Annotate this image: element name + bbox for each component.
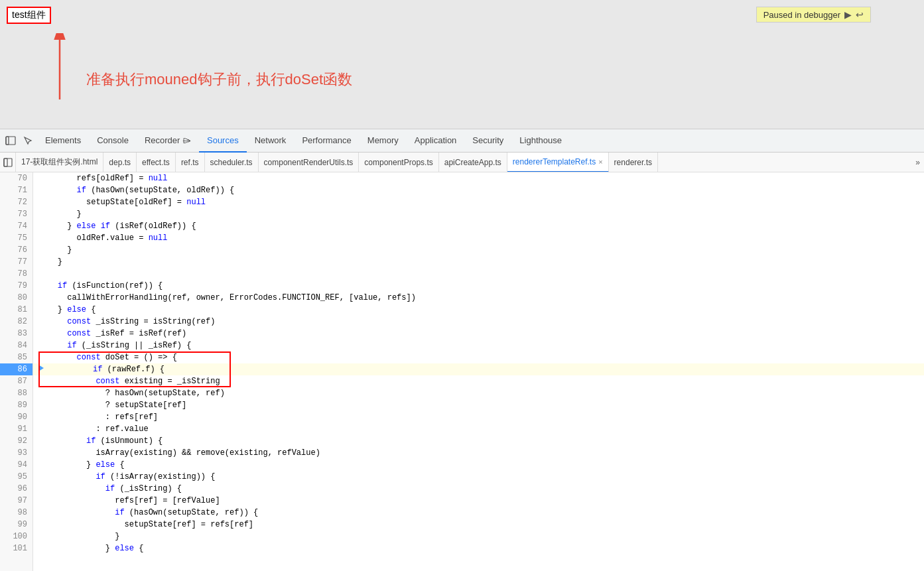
code-line: }	[33, 208, 924, 220]
devtools-tab-recorder-⌲[interactable]: Recorder ⌲	[137, 129, 199, 153]
line-number: 81	[0, 304, 33, 316]
line-numbers: 7071727374757677787980818283848586878889…	[0, 172, 33, 571]
line-number: 101	[0, 542, 33, 554]
close-tab-icon[interactable]: ×	[598, 158, 602, 166]
code-line: const _isString = isString(ref)	[33, 316, 924, 328]
code-line: if (_isString) {	[33, 483, 924, 495]
line-number: 86	[0, 363, 33, 375]
line-number: 97	[0, 495, 33, 507]
svg-rect-4	[4, 159, 7, 166]
more-tabs-button[interactable]: »	[911, 153, 924, 172]
file-tab-rendererTemplateRef-ts[interactable]: rendererTemplateRef.ts ×	[507, 153, 609, 172]
file-tabs-bar: 17-获取组件实例.htmldep.tseffect.tsref.tssched…	[0, 153, 924, 172]
line-number: 73	[0, 208, 33, 220]
line-number: 74	[0, 220, 33, 232]
paused-banner: Paused in debugger ▶ ↩	[756, 7, 871, 23]
file-tab-apiCreateApp-ts[interactable]: apiCreateApp.ts	[439, 153, 507, 172]
code-line: : ref.value	[33, 423, 924, 435]
sidebar-toggle[interactable]	[0, 153, 16, 172]
code-line: if (rawRef.f) {	[33, 363, 924, 375]
paused-text: Paused in debugger	[763, 10, 840, 20]
code-line: }	[33, 256, 924, 268]
toggle-sidebar-icon[interactable]	[3, 133, 19, 149]
line-number: 72	[0, 196, 33, 208]
code-line: callWithErrorHandling(ref, owner, ErrorC…	[33, 292, 924, 304]
code-line: refs[ref] = [refValue]	[33, 495, 924, 507]
line-number: 82	[0, 316, 33, 328]
annotation-text: 准备执行mouned钩子前，执行doSet函数	[86, 70, 352, 90]
devtools-tab-lighthouse[interactable]: Lighthouse	[511, 129, 570, 153]
code-line: setupState[oldRef] = null	[33, 196, 924, 208]
devtools-tab-application[interactable]: Application	[407, 129, 465, 153]
devtools-tab-network[interactable]: Network	[247, 129, 295, 153]
code-content: refs[oldRef] = null if (hasOwn(setupStat…	[33, 172, 924, 571]
line-number: 99	[0, 519, 33, 531]
code-line: if (hasOwn(setupState, oldRef)) {	[33, 184, 924, 196]
devtools-tab-security[interactable]: Security	[464, 129, 511, 153]
code-line	[33, 268, 924, 280]
line-number: 76	[0, 244, 33, 256]
line-number: 75	[0, 232, 33, 244]
preview-area: test组件 Paused in debugger ▶ ↩ 准备执行mouned…	[0, 0, 924, 129]
devtools-tab-elements[interactable]: Elements	[37, 129, 89, 153]
file-tab-scheduler-ts[interactable]: scheduler.ts	[205, 153, 259, 172]
code-line: const _isRef = isRef(ref)	[33, 328, 924, 340]
line-number: 93	[0, 447, 33, 459]
line-number: 79	[0, 280, 33, 292]
devtools-tab-console[interactable]: Console	[89, 129, 137, 153]
test-label: test组件	[7, 7, 51, 24]
line-number: 77	[0, 256, 33, 268]
file-tab-componentRenderUtils-ts[interactable]: componentRenderUtils.ts	[259, 153, 360, 172]
devtools-toolbar: ElementsConsoleRecorder ⌲SourcesNetworkP…	[0, 129, 924, 153]
code-line: setupState[ref] = refs[ref]	[33, 519, 924, 531]
code-line: : refs[ref]	[33, 411, 924, 423]
code-line: } else {	[33, 542, 924, 554]
code-line: if (_isString || _isRef) {	[33, 340, 924, 351]
file-tab-ref-ts[interactable]: ref.ts	[176, 153, 205, 172]
line-number: 96	[0, 483, 33, 495]
line-number: 71	[0, 184, 33, 196]
file-tabs-container: 17-获取组件实例.htmldep.tseffect.tsref.tssched…	[16, 153, 911, 172]
svg-rect-2	[6, 137, 9, 145]
file-tab-effect-ts[interactable]: effect.ts	[137, 153, 176, 172]
code-line: }	[33, 531, 924, 542]
resume-button[interactable]: ▶	[844, 9, 852, 20]
code-line: if (hasOwn(setupState, ref)) {	[33, 507, 924, 519]
file-tab-dep-ts[interactable]: dep.ts	[103, 153, 137, 172]
file-tab-componentProps-ts[interactable]: componentProps.ts	[359, 153, 438, 172]
code-line: ? setupState[ref]	[33, 399, 924, 411]
code-line: isArray(existing) && remove(existing, re…	[33, 447, 924, 459]
code-line: }	[33, 244, 924, 256]
svg-rect-5	[4, 159, 12, 166]
code-line: ? hasOwn(setupState, ref)	[33, 387, 924, 399]
line-number: 83	[0, 328, 33, 340]
debug-arrow-icon	[38, 365, 44, 371]
inspect-icon[interactable]	[20, 133, 36, 149]
line-number: 89	[0, 399, 33, 411]
line-number: 94	[0, 459, 33, 471]
code-line: oldRef.value = null	[33, 232, 924, 244]
line-number: 91	[0, 423, 33, 435]
code-line: if (isFunction(ref)) {	[33, 280, 924, 292]
code-line: if (!isArray(existing)) {	[33, 471, 924, 483]
step-over-button[interactable]: ↩	[856, 9, 864, 20]
devtools-tab-performance[interactable]: Performance	[294, 129, 359, 153]
devtools-tab-memory[interactable]: Memory	[360, 129, 407, 153]
line-number: 87	[0, 375, 33, 387]
code-line: } else if (isRef(oldRef)) {	[33, 220, 924, 232]
devtools-tabs: ElementsConsoleRecorder ⌲SourcesNetworkP…	[37, 129, 570, 153]
devtools-tab-sources[interactable]: Sources	[199, 129, 247, 153]
code-line: } else {	[33, 459, 924, 471]
code-line: const doSet = () => {	[33, 351, 924, 363]
line-number: 92	[0, 435, 33, 447]
line-number: 70	[0, 172, 33, 184]
line-number: 78	[0, 268, 33, 280]
file-tab-17-获取组件实例-html[interactable]: 17-获取组件实例.html	[16, 153, 103, 172]
file-tab-renderer-ts[interactable]: renderer.ts	[609, 153, 658, 172]
line-number: 88	[0, 387, 33, 399]
code-editor[interactable]: 7071727374757677787980818283848586878889…	[0, 172, 924, 571]
code-line: if (isUnmount) {	[33, 435, 924, 447]
line-number: 80	[0, 292, 33, 304]
line-number: 95	[0, 471, 33, 483]
line-number: 100	[0, 531, 33, 542]
